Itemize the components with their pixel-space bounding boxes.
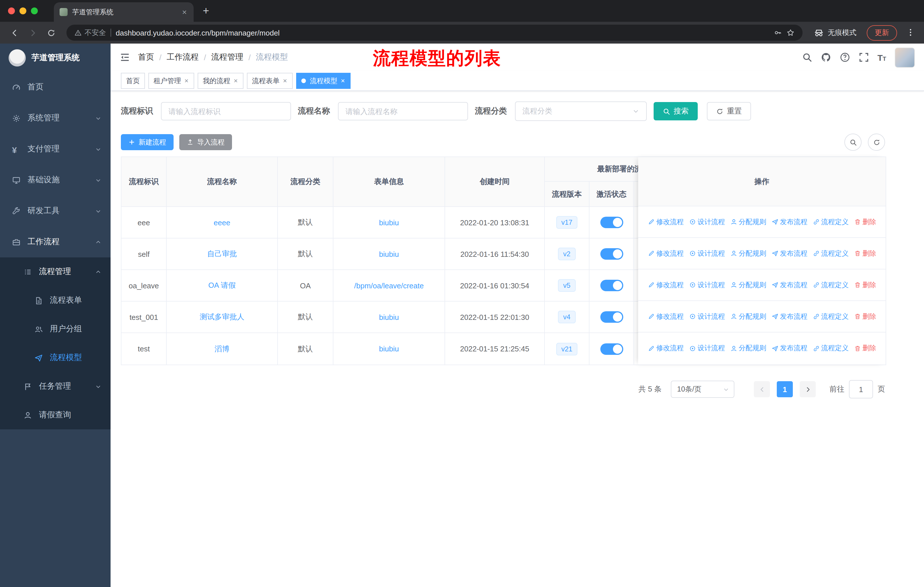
process-name-link[interactable]: 自己审批 [207,249,237,259]
security-warning[interactable]: 不安全 [74,28,106,38]
active-toggle[interactable] [600,280,623,291]
op-assign-rule[interactable]: 分配规则 [730,301,766,332]
new-tab-button[interactable]: + [200,5,213,17]
form-link[interactable]: biubiu [379,218,399,227]
breadcrumb-home[interactable]: 首页 [138,52,154,63]
sidebar-item-workflow[interactable]: 工作流程 [0,227,111,257]
font-size-icon[interactable]: TT [877,53,886,62]
goto-page-input[interactable] [849,380,873,398]
sidebar-item-leave-query[interactable]: 请假查询 [0,401,111,429]
search-button[interactable]: 搜索 [653,102,698,121]
op-design[interactable]: 设计流程 [689,301,725,332]
op-design[interactable]: 设计流程 [689,332,725,364]
breadcrumb-workflow[interactable]: 工作流程 [167,52,199,63]
op-assign-rule[interactable]: 分配规则 [730,238,766,269]
next-page-button[interactable] [800,381,816,397]
sidebar-item-task-mgmt[interactable]: 任务管理 [0,372,111,401]
sidebar-item-process-model[interactable]: 流程模型 [0,343,111,372]
browser-tab[interactable]: 芋道管理系统 × [54,2,194,22]
hamburger-icon[interactable] [120,52,130,63]
op-assign-rule[interactable]: 分配规则 [730,270,766,300]
refresh-table-button[interactable] [868,134,885,151]
process-name-link[interactable]: OA 请假 [208,280,236,291]
close-window-button[interactable] [8,7,15,14]
process-name-input[interactable] [338,102,468,121]
user-avatar[interactable] [895,47,915,67]
tag-process-model[interactable]: 流程模型× [296,73,351,89]
op-publish[interactable]: 发布流程 [771,238,807,269]
op-edit[interactable]: 修改流程 [648,270,684,300]
zoom-window-button[interactable] [31,7,38,14]
op-assign-rule[interactable]: 分配规则 [730,332,766,364]
op-edit[interactable]: 修改流程 [648,238,684,269]
form-link[interactable]: biubiu [379,344,399,353]
minimize-window-button[interactable] [20,7,26,14]
op-publish[interactable]: 发布流程 [771,332,807,364]
op-definition[interactable]: 流程定义 [813,301,849,332]
reload-icon[interactable] [43,25,58,40]
question-icon[interactable] [840,52,850,63]
op-definition[interactable]: 流程定义 [813,332,849,364]
op-publish[interactable]: 发布流程 [771,301,807,332]
op-delete[interactable]: 删除 [854,238,876,269]
tag-home[interactable]: 首页 [121,73,145,89]
op-definition[interactable]: 流程定义 [813,238,849,269]
close-icon[interactable]: × [340,77,345,85]
process-key-input[interactable] [161,102,291,121]
reset-button[interactable]: 重置 [707,102,751,121]
op-edit[interactable]: 修改流程 [648,332,684,364]
address-bar[interactable]: 不安全 dashboard.yudao.iocoder.cn/bpm/manag… [66,25,803,41]
active-toggle[interactable] [600,343,623,355]
form-link[interactable]: biubiu [379,313,399,321]
active-toggle[interactable] [600,217,623,228]
close-icon[interactable]: × [184,77,189,85]
sidebar-item-process-mgmt[interactable]: 流程管理 [0,257,111,286]
tag-process-form[interactable]: 流程表单× [247,73,293,89]
key-icon[interactable] [774,28,782,37]
op-assign-rule[interactable]: 分配规则 [730,207,766,237]
op-delete[interactable]: 删除 [854,301,876,332]
page-1-button[interactable]: 1 [777,381,793,397]
active-toggle[interactable] [600,311,623,323]
import-process-button[interactable]: 导入流程 [179,134,232,150]
sidebar-item-system[interactable]: 系统管理 [0,103,111,134]
process-name-link[interactable]: 滔博 [214,344,229,354]
op-design[interactable]: 设计流程 [689,270,725,300]
tag-my-process[interactable]: 我的流程× [198,73,243,89]
active-toggle[interactable] [600,248,623,260]
sidebar-item-infra[interactable]: 基础设施 [0,165,111,195]
process-name-link[interactable]: 测试多审批人 [200,312,244,322]
page-size-select[interactable]: 10条/页 [671,380,734,398]
toggle-search-button[interactable] [844,134,861,151]
close-icon[interactable]: × [282,77,287,85]
browser-update-button[interactable]: 更新 [867,25,897,40]
search-icon[interactable] [802,52,812,63]
fullscreen-icon[interactable] [858,52,869,63]
sidebar-item-user-group[interactable]: 用户分组 [0,315,111,343]
tag-tenant[interactable]: 租户管理× [148,73,194,89]
form-link[interactable]: /bpm/oa/leave/create [354,281,424,290]
process-name-link[interactable]: eeee [214,218,230,227]
op-publish[interactable]: 发布流程 [771,270,807,300]
op-edit[interactable]: 修改流程 [648,301,684,332]
op-definition[interactable]: 流程定义 [813,270,849,300]
process-category-select[interactable]: 流程分类 [515,101,647,121]
browser-menu-icon[interactable] [904,28,917,38]
op-delete[interactable]: 删除 [854,207,876,237]
close-icon[interactable]: × [233,77,238,85]
sidebar-item-devtools[interactable]: 研发工具 [0,195,111,227]
forward-icon[interactable] [25,25,40,40]
sidebar-item-process-form[interactable]: 流程表单 [0,286,111,315]
sidebar-item-home[interactable]: 首页 [0,72,111,103]
form-link[interactable]: biubiu [379,250,399,258]
prev-page-button[interactable] [754,381,770,397]
back-icon[interactable] [7,25,22,40]
tab-close-icon[interactable]: × [181,7,188,17]
op-definition[interactable]: 流程定义 [813,207,849,237]
create-process-button[interactable]: 新建流程 [121,134,173,150]
op-publish[interactable]: 发布流程 [771,207,807,237]
op-delete[interactable]: 删除 [854,332,876,364]
breadcrumb-process-mgmt[interactable]: 流程管理 [211,52,243,63]
bookmark-star-icon[interactable] [787,28,795,37]
op-delete[interactable]: 删除 [854,270,876,300]
